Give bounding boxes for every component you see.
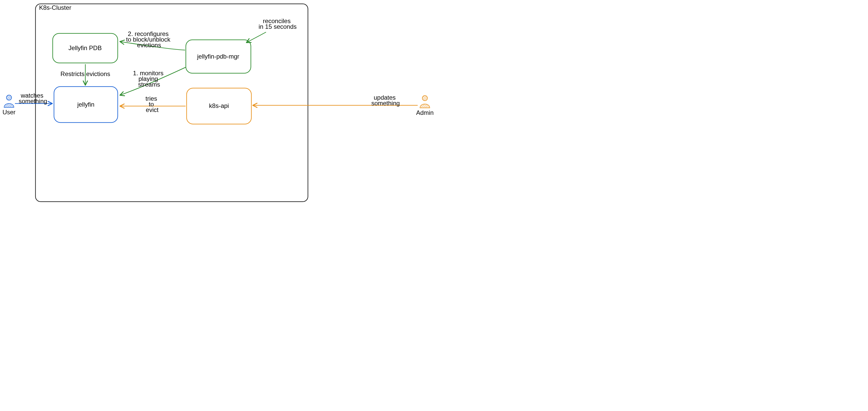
- edge-user-to-jellyfin-label: watches something: [19, 92, 47, 104]
- user-body-icon: [4, 103, 14, 107]
- edge-mgr-self: [247, 32, 266, 42]
- admin-body-icon: [420, 104, 430, 108]
- node-jellyfin-pdb-label: Jellyfin PDB: [68, 44, 101, 51]
- node-k8s-api-label: k8s-api: [209, 102, 229, 109]
- edge-pdb-to-jellyfin-label: Restricts evictions: [60, 70, 110, 77]
- user-head-icon: [6, 95, 11, 100]
- node-jellyfin-pdb-mgr-label: jellyfin-pdb-mgr: [197, 53, 239, 60]
- edge-k8sapi-to-jellyfin-label: tries to evict: [146, 95, 159, 113]
- edge-mgr-self-label: reconciles in 15 seconds: [258, 18, 297, 30]
- user-label: User: [3, 109, 16, 116]
- admin-head-icon: [422, 96, 428, 101]
- edge-mgr-to-pdb-label: 2. reconfigures to block/unblock evictio…: [126, 30, 172, 49]
- edge-admin-to-k8sapi-label: updates something: [371, 94, 400, 106]
- node-jellyfin-label: jellyfin: [77, 101, 95, 108]
- diagram-canvas: K8s-Cluster User Admin Jellyfin PDB jell…: [0, 0, 434, 205]
- admin-label: Admin: [416, 109, 434, 116]
- actor-admin: Admin: [416, 96, 434, 116]
- cluster-title: K8s-Cluster: [39, 4, 71, 11]
- actor-user: User: [3, 95, 16, 116]
